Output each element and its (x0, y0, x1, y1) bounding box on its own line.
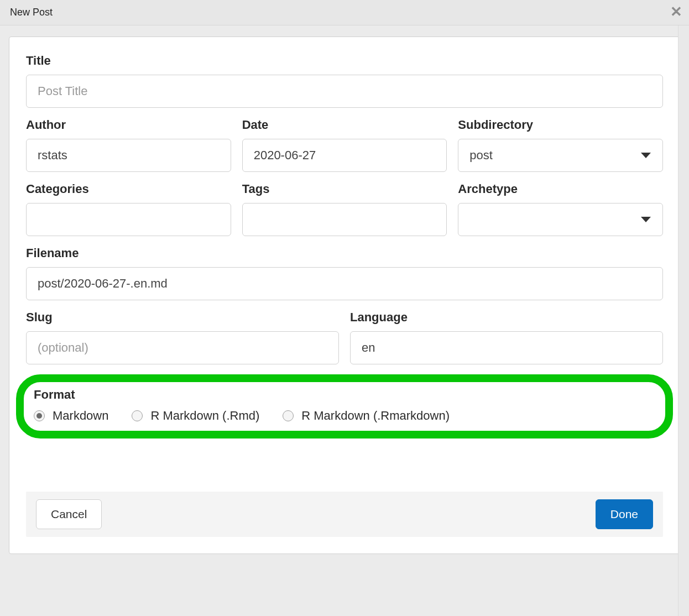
format-option-rmarkdown[interactable]: R Markdown (.Rmarkdown) (283, 409, 450, 423)
archetype-select[interactable] (458, 203, 663, 236)
done-button[interactable]: Done (596, 499, 653, 529)
radio-icon (283, 410, 294, 421)
slug-label: Slug (26, 310, 339, 325)
format-option-rmd[interactable]: R Markdown (.Rmd) (132, 409, 259, 423)
language-input[interactable] (350, 331, 663, 364)
radio-icon (132, 410, 143, 421)
close-icon[interactable]: ✕ (670, 4, 682, 19)
format-highlight: Format Markdown R Markdown (.Rmd) R Mark… (16, 374, 673, 438)
title-label: Title (26, 54, 663, 68)
categories-input[interactable] (26, 203, 231, 236)
subdirectory-select[interactable] (458, 139, 663, 172)
slug-input[interactable] (26, 331, 339, 364)
dialog-panel: Title Author Date Subdirectory Categorie… (9, 36, 680, 554)
format-radio-group: Markdown R Markdown (.Rmd) R Markdown (.… (34, 409, 655, 423)
date-label: Date (242, 118, 447, 132)
format-option-label: R Markdown (.Rmd) (150, 409, 259, 423)
dialog-title: New Post (10, 7, 53, 18)
format-option-label: R Markdown (.Rmarkdown) (301, 409, 450, 423)
categories-label: Categories (26, 182, 231, 196)
filename-label: Filename (26, 246, 663, 260)
dialog-titlebar: New Post ✕ (0, 0, 689, 25)
filename-input[interactable] (26, 267, 663, 300)
format-option-label: Markdown (53, 409, 108, 423)
archetype-label: Archetype (458, 182, 663, 196)
language-label: Language (350, 310, 663, 325)
cancel-button[interactable]: Cancel (36, 499, 102, 529)
format-label: Format (34, 388, 655, 402)
dialog-footer: Cancel Done (26, 492, 663, 537)
date-input[interactable] (242, 139, 447, 172)
author-input[interactable] (26, 139, 231, 172)
radio-icon (34, 410, 45, 421)
author-label: Author (26, 118, 231, 132)
tags-input[interactable] (242, 203, 447, 236)
format-option-markdown[interactable]: Markdown (34, 409, 108, 423)
tags-label: Tags (242, 182, 447, 196)
scrollbar-track[interactable] (678, 25, 689, 616)
title-input[interactable] (26, 75, 663, 108)
subdirectory-label: Subdirectory (458, 118, 663, 132)
